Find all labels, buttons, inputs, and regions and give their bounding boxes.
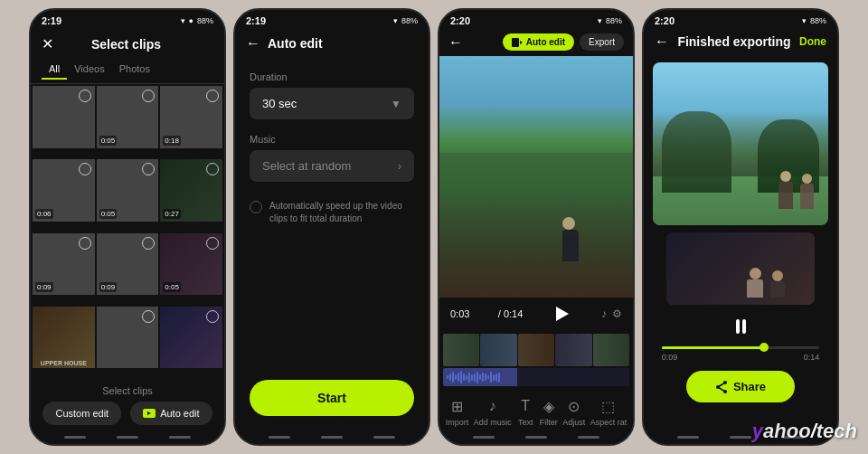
import-icon: ⊞ bbox=[448, 397, 466, 415]
start-button[interactable]: Start bbox=[250, 380, 414, 416]
nav-home[interactable] bbox=[525, 436, 547, 439]
screen-1: ✕ Select clips All Videos Photos 0:05 bbox=[31, 28, 224, 430]
play-button[interactable] bbox=[552, 303, 573, 325]
grid-item[interactable]: 0:05 bbox=[97, 86, 159, 148]
grid-item[interactable]: UPPER HOUSE bbox=[33, 307, 95, 369]
nav-recents[interactable] bbox=[169, 436, 191, 439]
auto-edit-label: Auto edit bbox=[160, 408, 199, 419]
pause-bar-right bbox=[742, 319, 746, 334]
nav-back[interactable] bbox=[64, 436, 86, 439]
nav-recents[interactable] bbox=[578, 436, 599, 439]
wifi-icon-1: ▾ bbox=[181, 16, 185, 25]
clip-2[interactable] bbox=[480, 334, 516, 366]
progress-thumb[interactable] bbox=[760, 343, 769, 352]
nav-recents[interactable] bbox=[782, 436, 804, 439]
nav-back[interactable] bbox=[473, 436, 495, 439]
nav-recents[interactable] bbox=[373, 436, 395, 439]
clip-4[interactable] bbox=[555, 334, 591, 366]
export-button[interactable]: Export bbox=[580, 33, 624, 51]
tool-aspect[interactable]: ⬚ Aspect rat bbox=[590, 397, 627, 427]
tool-filter[interactable]: ◈ Filter bbox=[540, 397, 558, 427]
clip-duration: 0:06 bbox=[35, 209, 53, 219]
tool-import[interactable]: ⊞ Import bbox=[446, 397, 469, 427]
auto-speed-option[interactable]: Automatically speed up the video clips t… bbox=[250, 196, 414, 229]
current-time: 0:03 bbox=[450, 308, 469, 319]
person-figure bbox=[562, 217, 579, 261]
tab-photos[interactable]: Photos bbox=[112, 60, 157, 80]
select-circle bbox=[79, 163, 91, 175]
phone-4: 2:20 ▾ 88% ← Finished exporting Done bbox=[642, 8, 839, 446]
grid-item[interactable]: 0:09 bbox=[97, 233, 159, 296]
phone-2: 2:19 ▾ 88% ← Auto edit Duration 30 sec ▼ bbox=[233, 8, 430, 446]
auto-edit-toggle[interactable]: Auto edit bbox=[503, 33, 574, 51]
grid-item[interactable]: 0:05 bbox=[160, 233, 222, 296]
video-icon bbox=[512, 38, 523, 47]
nav-home[interactable] bbox=[730, 436, 751, 439]
status-icons-2: ▾ 88% bbox=[393, 16, 418, 25]
checkbox-circle bbox=[250, 201, 262, 213]
music-dropdown[interactable]: Select at random › bbox=[250, 150, 414, 182]
grid-item[interactable]: 0:27 bbox=[160, 159, 222, 222]
status-bar-2: 2:19 ▾ 88% bbox=[235, 10, 429, 28]
auto-edit-btn-label: Auto edit bbox=[526, 37, 565, 47]
nav-bar-3 bbox=[439, 430, 633, 444]
grid-item[interactable]: 0:05 bbox=[97, 159, 159, 222]
tool-adjust[interactable]: ⊙ Adjust bbox=[562, 397, 585, 427]
grid-item[interactable] bbox=[97, 307, 159, 369]
wifi-icon-4: ▾ bbox=[802, 16, 807, 25]
pause-button[interactable] bbox=[728, 314, 753, 339]
screen-2: ← Auto edit Duration 30 sec ▼ Music Sele… bbox=[235, 28, 429, 430]
timeline-clips bbox=[439, 334, 633, 366]
clip-5[interactable] bbox=[593, 334, 629, 366]
tool-text[interactable]: T Text bbox=[516, 397, 534, 427]
svg-rect-2 bbox=[512, 38, 519, 47]
grid-item[interactable]: 0:09 bbox=[33, 233, 95, 296]
clip-3[interactable] bbox=[518, 334, 554, 366]
tool-add-music[interactable]: ♪ Add music bbox=[474, 397, 512, 427]
wifi-icon-2: ▾ bbox=[393, 16, 398, 25]
timeline-area bbox=[439, 330, 633, 392]
nav-home[interactable] bbox=[321, 436, 343, 439]
speaker-icon[interactable]: ♪ bbox=[601, 307, 607, 320]
time-2: 2:19 bbox=[246, 15, 266, 26]
preview-image bbox=[439, 56, 633, 298]
add-music-icon: ♪ bbox=[484, 397, 502, 415]
back-arrow-4[interactable]: ← bbox=[655, 33, 669, 50]
screen-3: ← Auto edit Export bbox=[439, 28, 633, 430]
done-button[interactable]: Done bbox=[799, 35, 826, 48]
battery-2: 88% bbox=[401, 16, 418, 25]
custom-edit-button[interactable]: Custom edit bbox=[42, 402, 121, 425]
grid-item[interactable]: 0:18 bbox=[160, 86, 222, 148]
duration-dropdown[interactable]: 30 sec ▼ bbox=[250, 88, 414, 119]
screen-4: ← Finished exporting Done bbox=[644, 28, 837, 430]
status-icons-4: ▾ 88% bbox=[802, 16, 826, 25]
tab-videos[interactable]: Videos bbox=[67, 60, 111, 80]
tool-add-music-label: Add music bbox=[474, 418, 512, 427]
person-figure-1 bbox=[778, 171, 793, 209]
nav-back[interactable] bbox=[269, 436, 290, 439]
nav-bar-4 bbox=[644, 430, 837, 444]
text-icon: T bbox=[516, 397, 534, 415]
grid-item[interactable] bbox=[160, 307, 222, 369]
tab-all[interactable]: All bbox=[42, 60, 67, 80]
clip-1[interactable] bbox=[443, 334, 479, 366]
nav-back[interactable] bbox=[677, 436, 699, 439]
back-arrow-3[interactable]: ← bbox=[448, 34, 463, 51]
select-circle bbox=[142, 310, 155, 323]
progress-track[interactable] bbox=[662, 346, 820, 349]
back-arrow-2[interactable]: ← bbox=[246, 35, 260, 52]
close-button[interactable]: ✕ bbox=[42, 35, 53, 52]
clip-duration: 0:05 bbox=[163, 282, 181, 292]
settings-icon[interactable]: ⚙ bbox=[612, 307, 622, 320]
person-figure-2 bbox=[800, 174, 814, 209]
video-preview bbox=[439, 56, 633, 298]
share-button[interactable]: Share bbox=[686, 371, 795, 402]
time-3: 2:20 bbox=[450, 15, 470, 26]
auto-edit-button[interactable]: Auto edit bbox=[130, 402, 212, 425]
grid-item[interactable]: 0:06 bbox=[33, 159, 95, 222]
nav-home[interactable] bbox=[117, 436, 138, 439]
grid-item[interactable] bbox=[33, 86, 95, 148]
music-label: Music bbox=[250, 134, 414, 145]
battery-3: 88% bbox=[606, 16, 622, 25]
select-clips-title: Select clips bbox=[91, 37, 161, 52]
